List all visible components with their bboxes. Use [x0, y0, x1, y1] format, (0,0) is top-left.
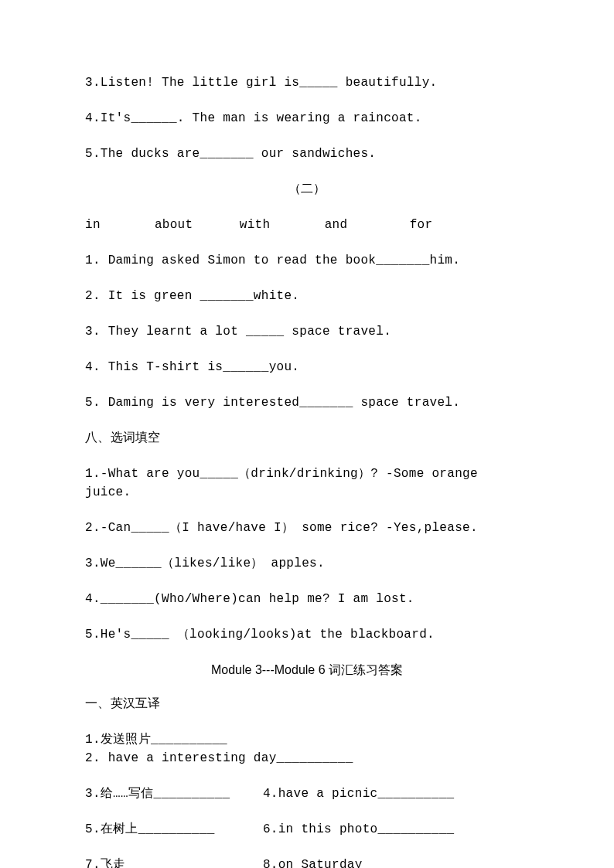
word-and: and [325, 216, 402, 234]
vocab-3: 3.给……写信__________ [85, 785, 255, 803]
vocab-row-4: 7.飞走__________ 8.on Saturday__________ [85, 856, 529, 868]
vocab-2: 2. have a interesting day__________ [85, 749, 353, 768]
answers-title: Module 3---Module 6 词汇练习答案 [85, 661, 529, 679]
word-for: for [410, 216, 433, 234]
question-5: 5.The ducks are_______ our sandwiches. [85, 145, 529, 163]
question-3: 3.Listen! The little girl is_____ beauti… [85, 73, 529, 92]
s2-question-4: 4. This T-shirt is______you. [85, 358, 529, 376]
question-4: 4.It's______. The man is wearing a rainc… [85, 109, 529, 128]
section-8-heading: 八、选词填空 [85, 429, 529, 448]
s2-question-2: 2. It is green _______white. [85, 287, 529, 305]
s8-question-1: 1.-What are you_____（drink/drinking）? -S… [85, 465, 529, 502]
word-bank: in about with and for [85, 216, 529, 234]
vocab-4: 4.have a picnic__________ [263, 785, 455, 803]
vocab-row-2: 3.给……写信__________ 4.have a picnic_______… [85, 785, 529, 803]
s8-question-2: 2.-Can_____（I have/have I） some rice? -Y… [85, 519, 529, 537]
vocab-7: 7.飞走__________ [85, 856, 255, 868]
s2-question-1: 1. Daming asked Simon to read the book__… [85, 251, 529, 270]
vocab-6: 6.in this photo__________ [263, 820, 455, 839]
s2-question-5: 5. Daming is very interested_______ spac… [85, 393, 529, 412]
word-in: in [85, 216, 147, 234]
word-with: with [240, 216, 317, 234]
s8-question-4: 4._______(Who/Where)can help me? I am lo… [85, 590, 529, 608]
vocab-row-1: 1.发送照片__________ 2. have a interesting d… [85, 730, 529, 768]
vocab-8: 8.on Saturday__________ [263, 856, 439, 868]
vocab-1: 1.发送照片__________ [85, 730, 255, 749]
s2-question-3: 3. They learnt a lot _____ space travel. [85, 322, 529, 341]
section-2-label: （二） [85, 180, 529, 199]
word-about: about [155, 216, 232, 234]
vocab-5: 5.在树上__________ [85, 820, 255, 839]
s8-question-3: 3.We______（likes/like） apples. [85, 554, 529, 573]
s8-question-5: 5.He's_____ （looking/looks)at the blackb… [85, 625, 529, 644]
section-1-heading: 一、英汉互译 [85, 695, 529, 713]
vocab-row-3: 5.在树上__________ 6.in this photo_________… [85, 820, 529, 839]
